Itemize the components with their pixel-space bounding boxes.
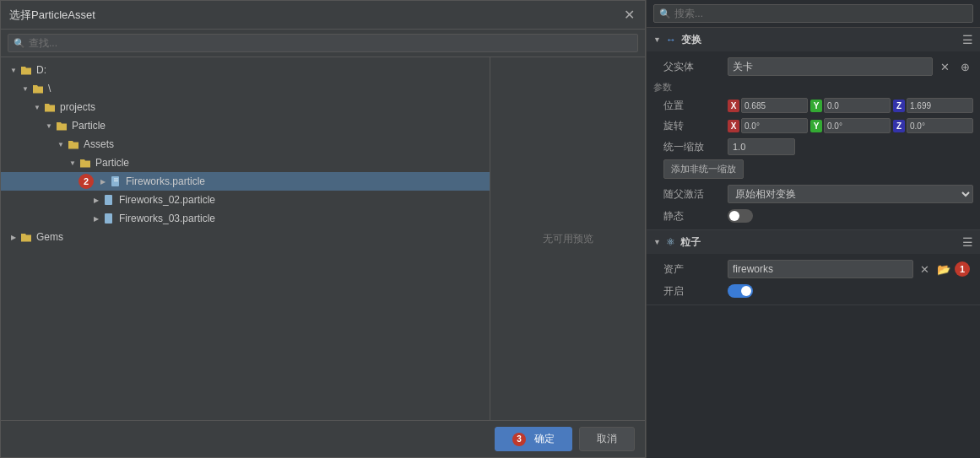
folder-icon [79, 157, 92, 169]
file-tree: D: \ projects [1, 57, 490, 420]
pos-y-item: Y [810, 98, 891, 113]
right-panel: 🔍 ▼ ↔ 变换 ☰ 父实体 ✕ ⊕ [646, 0, 980, 458]
folder-icon [19, 64, 33, 76]
open-toggle-wrap [728, 284, 973, 298]
dialog-search-input[interactable] [8, 34, 638, 52]
right-search-input[interactable] [653, 4, 973, 23]
close-button[interactable]: ✕ [621, 8, 636, 23]
rot-z-label: Z [893, 120, 905, 132]
particle-body: 资产 ✕ 📂 1 开启 [647, 254, 980, 304]
right-search-wrap: 🔍 [653, 4, 973, 23]
params-group-label: 参数 [647, 78, 980, 95]
transform-expand-arrow: ▼ [653, 35, 661, 44]
tree-arrow-fw3 [90, 213, 102, 224]
rotation-label: 旋转 [663, 119, 723, 133]
svg-rect-4 [105, 213, 112, 224]
scale-value [728, 138, 973, 155]
tree-label-gems: Gems [36, 231, 63, 243]
folder-icon [43, 101, 57, 113]
asset-label: 资产 [663, 262, 723, 277]
rot-y-item: Y [810, 118, 891, 133]
particle-asset-dialog: 选择ParticleAsset ✕ 🔍 D: [0, 0, 646, 458]
file-icon [102, 213, 116, 224]
tree-label-d: D: [36, 64, 46, 76]
tree-item-projects[interactable]: projects [1, 98, 490, 116]
tree-item-fw2[interactable]: Fireworks_02.particle [1, 191, 490, 209]
svg-rect-3 [105, 195, 112, 205]
pick-asset-button[interactable]: 📂 [935, 261, 952, 277]
asset-input-wrap: ✕ 📂 1 [728, 260, 973, 278]
activate-row: 随父激活 原始相对变换 [647, 182, 980, 206]
pos-x-input[interactable] [741, 98, 808, 113]
tree-item-fw3[interactable]: Fireworks_03.particle [1, 209, 490, 228]
search-icon: 🔍 [14, 38, 25, 49]
badge-2: 2 [79, 174, 94, 189]
rot-z-item: Z [893, 118, 973, 133]
badge-3: 3 [512, 433, 526, 446]
dialog-title: 选择ParticleAsset [9, 8, 95, 23]
folder-icon [55, 120, 68, 132]
tree-label-projects: projects [60, 101, 95, 113]
tree-item-particle2[interactable]: Particle [1, 154, 490, 172]
tree-arrow-fw1 [97, 175, 109, 187]
particle-badge-1: 1 [955, 261, 970, 277]
tree-item-particle[interactable]: Particle [1, 116, 490, 135]
tree-label-root: \ [48, 83, 51, 94]
asset-input[interactable] [728, 260, 913, 278]
pos-y-label: Y [810, 100, 822, 112]
activate-label: 随父激活 [663, 187, 723, 202]
tree-item-fw1[interactable]: 2 Fireworks.particle [1, 172, 490, 191]
rot-x-label: X [728, 120, 739, 132]
particle-header-left: ▼ ⚛ 粒子 [653, 235, 701, 250]
parent-entity-input[interactable] [728, 57, 933, 76]
particle-title: 粒子 [680, 235, 701, 250]
pos-x-label: X [728, 100, 739, 112]
tree-item-root[interactable]: \ [1, 79, 490, 98]
pos-y-input[interactable] [824, 98, 891, 113]
static-toggle[interactable] [728, 209, 753, 223]
particle-menu-icon[interactable]: ☰ [962, 235, 973, 249]
tree-item-d[interactable]: D: [1, 61, 490, 79]
tree-item-assets[interactable]: Assets [1, 135, 490, 154]
pos-z-input[interactable] [907, 98, 973, 113]
confirm-button[interactable]: 3 确定 [495, 427, 572, 451]
dialog-body: D: \ projects [1, 57, 645, 420]
tree-arrow-assets [55, 138, 67, 150]
pos-x-item: X [728, 98, 808, 113]
pos-z-label: Z [893, 100, 905, 112]
tree-arrow-particle2 [67, 157, 79, 169]
tree-item-gems[interactable]: Gems [1, 228, 490, 246]
dialog-titlebar: 选择ParticleAsset ✕ [1, 1, 645, 30]
position-xyz: X Y Z [728, 98, 973, 113]
rot-y-label: Y [810, 120, 822, 132]
rot-x-item: X [728, 118, 808, 133]
clear-parent-button[interactable]: ✕ [936, 58, 953, 75]
rot-y-input[interactable] [824, 118, 891, 133]
file-icon [102, 194, 116, 206]
transform-section-header[interactable]: ▼ ↔ 变换 ☰ [647, 28, 980, 51]
particle-section-header[interactable]: ▼ ⚛ 粒子 ☰ [647, 230, 980, 254]
open-toggle[interactable] [728, 284, 753, 298]
transform-header-left: ▼ ↔ 变换 [653, 33, 701, 47]
pick-parent-button[interactable]: ⊕ [956, 58, 973, 75]
particle-icon: ⚛ [666, 236, 675, 248]
rot-x-input[interactable] [741, 118, 808, 133]
particle-expand-arrow: ▼ [653, 238, 661, 246]
add-scale-button[interactable]: 添加非统一缩放 [663, 159, 744, 179]
tree-label-particle2: Particle [95, 157, 129, 169]
transform-menu-icon[interactable]: ☰ [962, 33, 973, 46]
clear-asset-button[interactable]: ✕ [916, 261, 933, 277]
dialog-footer: 3 确定 取消 [1, 420, 645, 457]
activate-select[interactable]: 原始相对变换 [728, 185, 973, 203]
rotation-xyz: X Y Z [728, 118, 973, 133]
add-scale-row: 添加非统一缩放 [647, 158, 980, 182]
parent-value-row: ✕ ⊕ [728, 57, 973, 76]
cancel-button[interactable]: 取消 [579, 427, 635, 451]
transform-icon: ↔ [666, 34, 676, 46]
tree-label-fw2: Fireworks_02.particle [119, 194, 215, 206]
tree-label-particle: Particle [72, 120, 106, 132]
scale-input[interactable] [728, 138, 795, 155]
rot-z-input[interactable] [907, 118, 973, 133]
folder-icon [19, 231, 33, 243]
right-search-bar: 🔍 [647, 0, 980, 28]
